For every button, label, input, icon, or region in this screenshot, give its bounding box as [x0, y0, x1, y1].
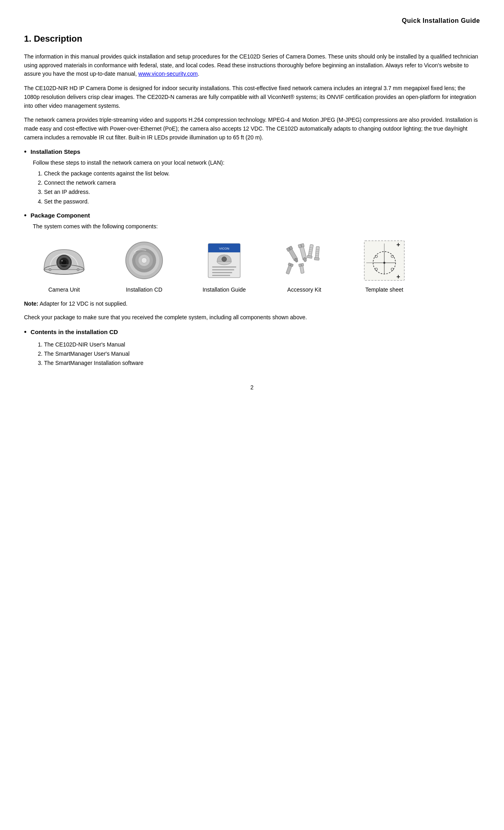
- package-component-subtitle: The system comes with the following comp…: [33, 222, 480, 230]
- section1-para1: The information in this manual provides …: [24, 52, 480, 79]
- package-component-section: • Package Component The system comes wit…: [24, 211, 480, 294]
- accessory-kit-image: [276, 238, 332, 282]
- bullet-dot-2: •: [24, 210, 26, 221]
- website-link[interactable]: www.vicon-security.com: [139, 71, 198, 77]
- installation-guide-image: VICON: [196, 238, 252, 282]
- svg-text:+: +: [396, 273, 400, 280]
- page-title: Quick Installation Guide: [24, 16, 480, 25]
- svg-text:+: +: [396, 241, 400, 248]
- bullet-dot-1: •: [24, 147, 26, 157]
- template-sheet-image: + +: [356, 238, 412, 282]
- svg-point-6: [49, 268, 51, 271]
- list-item: Check the package contents against the l…: [44, 169, 480, 177]
- cd-contents-list: The CE102D-NIR User's Manual The SmartMa…: [44, 340, 480, 367]
- svg-point-19: [222, 257, 227, 262]
- svg-point-55: [384, 262, 386, 264]
- svg-rect-38: [315, 246, 319, 259]
- package-component-title: Package Component: [30, 211, 90, 220]
- svg-point-7: [77, 268, 79, 271]
- installation-steps-section: • Installation Steps Follow these steps …: [24, 147, 480, 205]
- section1-para3: The network camera provides triple-strea…: [24, 116, 480, 142]
- note-label: Note:: [24, 300, 38, 307]
- svg-line-49: [301, 264, 301, 266]
- installation-steps-title: Installation Steps: [30, 147, 80, 156]
- note-text-content: Adapter for 12 VDC is not supplied.: [40, 300, 127, 307]
- accessory-kit-label: Accessory Kit: [287, 286, 321, 294]
- list-item: The CE102D-NIR User's Manual: [44, 340, 480, 349]
- template-sheet-label: Template sheet: [365, 286, 404, 294]
- list-item: The SmartManager User's Manual: [44, 350, 480, 358]
- installation-cd-label: Installation CD: [126, 286, 162, 294]
- component-template-sheet: + +: [344, 238, 424, 294]
- svg-rect-22: [212, 272, 232, 273]
- installation-steps-subtitle: Follow these steps to install the networ…: [33, 159, 480, 167]
- component-installation-guide: VICON Installation Guide: [184, 238, 264, 294]
- component-installation-cd: Installation CD: [104, 238, 184, 294]
- cd-contents-title: Contents in the installation CD: [30, 328, 118, 336]
- check-text: Check your package to make sure that you…: [24, 313, 480, 322]
- installation-steps-list: Check the package contents against the l…: [44, 169, 480, 205]
- section1-para2: The CE102D-NIR HD IP Camera Dome is desi…: [24, 84, 480, 110]
- bullet-dot-3: •: [24, 327, 26, 337]
- page-number: 2: [24, 383, 480, 391]
- list-item: Connect the network camera: [44, 179, 480, 187]
- note-line: Note: Adapter for 12 VDC is not supplied…: [24, 300, 480, 308]
- svg-rect-21: [212, 269, 234, 270]
- list-item: The SmartManager Installation software: [44, 359, 480, 367]
- section1-title: 1. Description: [24, 32, 480, 45]
- list-item: Set the password.: [44, 197, 480, 205]
- installation-guide-label: Installation Guide: [203, 286, 246, 294]
- list-item: Set an IP address.: [44, 188, 480, 196]
- svg-rect-23: [212, 275, 230, 276]
- svg-rect-32: [308, 244, 313, 257]
- svg-rect-39: [314, 258, 319, 260]
- installation-cd-image: [116, 238, 172, 282]
- component-accessory-kit: Accessory Kit: [264, 238, 344, 294]
- component-camera-unit: Camera Unit: [24, 238, 104, 294]
- camera-unit-label: Camera Unit: [48, 286, 80, 294]
- svg-point-4: [61, 260, 63, 262]
- svg-point-13: [141, 258, 147, 263]
- components-row: Camera Unit Installation CD: [24, 238, 480, 294]
- cd-contents-section: • Contents in the installation CD The CE…: [24, 328, 480, 367]
- svg-rect-20: [212, 266, 236, 268]
- camera-unit-image: [36, 238, 92, 282]
- svg-text:VICON: VICON: [219, 247, 229, 250]
